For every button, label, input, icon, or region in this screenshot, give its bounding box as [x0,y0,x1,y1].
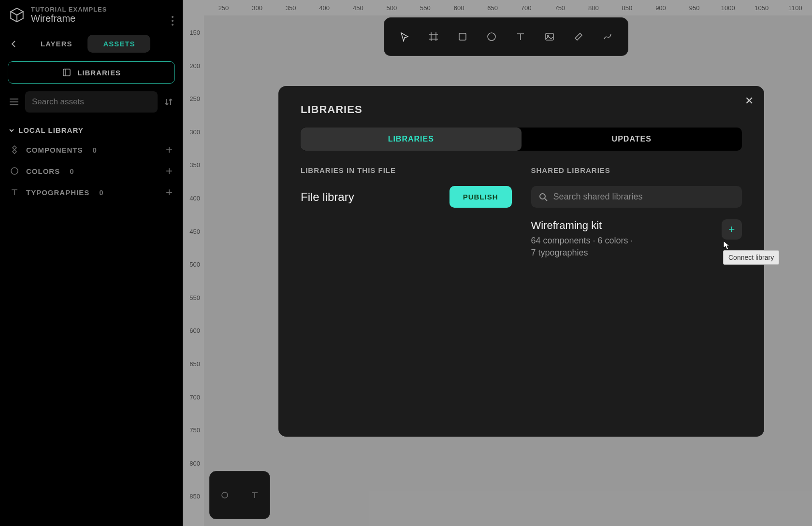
modal-title: LIBRARIES [301,103,742,116]
file-library-name: File library [301,190,354,204]
close-icon[interactable]: ✕ [745,95,754,107]
tooltip: Connect library [723,250,779,265]
shared-libraries-column: SHARED LIBRARIES Wireframing kit 64 comp… [531,166,742,259]
publish-button[interactable]: PUBLISH [450,186,512,208]
cursor-icon [723,241,731,250]
shared-library-item: Wireframing kit 64 components · 6 colors… [531,219,742,259]
modal-tabs: LIBRARIES UPDATES [301,128,742,151]
connect-library-button[interactable]: + [722,219,742,240]
shared-library-meta-line: 7 typographies [531,248,588,257]
shared-library-meta-line: 64 components · 6 colors · [531,236,633,245]
libraries-in-file-heading: LIBRARIES IN THIS FILE [301,166,512,174]
shared-library-meta: 64 components · 6 colors · 7 typographie… [531,235,633,259]
modal-tab-libraries[interactable]: LIBRARIES [301,128,522,151]
shared-search[interactable] [531,186,742,208]
libraries-modal: ✕ LIBRARIES LIBRARIES UPDATES LIBRARIES … [278,86,764,437]
modal-tab-updates[interactable]: UPDATES [522,128,742,151]
shared-search-input[interactable] [553,192,735,202]
shared-libraries-heading: SHARED LIBRARIES [531,166,742,174]
svg-point-10 [540,194,545,199]
shared-library-name: Wireframing kit [531,219,633,232]
libraries-in-file-column: LIBRARIES IN THIS FILE File library PUBL… [301,166,512,259]
search-icon [539,193,548,201]
